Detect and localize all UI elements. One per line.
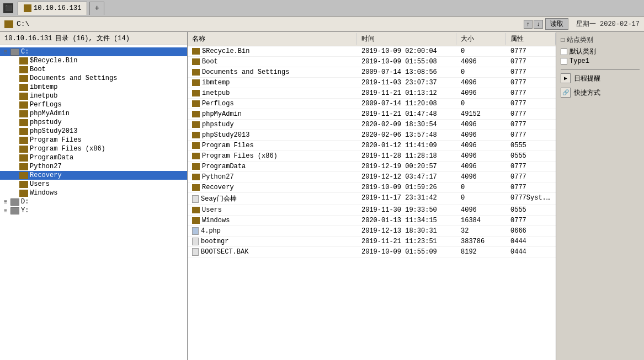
file-time: 2019-12-19 00:20:57: [357, 162, 456, 171]
tree-item-recovery[interactable]: Recovery: [0, 171, 187, 180]
type1-row[interactable]: Type1: [561, 57, 640, 65]
file-time: 2020-02-09 18:30:54: [357, 120, 456, 129]
tree-label-programfiles: Program Files: [30, 136, 82, 144]
file-size: 0: [456, 194, 506, 204]
tree-item-inetpub[interactable]: inetpub: [0, 92, 187, 100]
new-tab-button[interactable]: +: [89, 2, 104, 15]
file-list-body[interactable]: $Recycle.Bin2019-10-09 02:00:0400777Boot…: [188, 46, 556, 360]
tree-item-root[interactable]: ⊟C:: [0, 47, 187, 56]
tree-item-perflogs[interactable]: PerfLogs: [0, 100, 187, 109]
down-arrow[interactable]: ↓: [534, 20, 543, 29]
file-name: Python27: [202, 173, 234, 181]
file-row[interactable]: phpStudy20132020-02-06 13:57:4840960777: [188, 130, 556, 141]
file-row[interactable]: Program Files2020-01-12 11:41:0940960555: [188, 141, 556, 151]
file-name-cell: Python27: [188, 173, 357, 181]
shortcut-item[interactable]: 🔗 快捷方式: [561, 88, 640, 98]
tree-item-windows[interactable]: Windows: [0, 189, 187, 197]
folder-icon: [192, 163, 200, 170]
file-row[interactable]: ibmtemp2019-11-03 23:07:3740960777: [188, 78, 556, 88]
file-row[interactable]: ProgramData2019-12-19 00:20:5740960777: [188, 162, 556, 172]
up-arrow[interactable]: ↑: [524, 20, 533, 29]
file-name: bootmgr: [201, 238, 228, 245]
file-size: 383786: [456, 237, 506, 246]
expand-icon-driveY[interactable]: ⊞: [2, 207, 9, 214]
file-time: 2019-11-03 23:07:37: [357, 78, 456, 87]
file-row[interactable]: Users2019-11-30 19:33:5040960555: [188, 205, 556, 216]
folder-icon-phpmyadmin: [19, 110, 28, 117]
folder-icon: [192, 174, 200, 180]
address-folder-icon: [4, 20, 13, 28]
panel-header: 10.10.16.131 目录 (16), 文件 (14): [0, 32, 187, 45]
expand-icon-root[interactable]: ⊟: [2, 49, 9, 55]
file-row[interactable]: Boot2019-10-09 01:55:0840960777: [188, 57, 556, 67]
folder-icon: [192, 100, 200, 107]
tree-item-driveY[interactable]: ⊞Y:: [0, 206, 187, 215]
tree-view[interactable]: ⊟C: $Recycle.Bin Boot Documents and Sett…: [0, 45, 187, 360]
col-name: 名称: [188, 33, 357, 45]
file-row[interactable]: bootmgr2019-11-21 11:23:513837860444: [188, 237, 556, 247]
file-attr: 0777: [506, 110, 556, 119]
tree-item-programfilesx86[interactable]: Program Files (x86): [0, 144, 187, 153]
file-time: 2019-11-28 11:28:18: [357, 152, 456, 160]
file-row[interactable]: phpMyAdmin2019-11-21 01:47:48491520777: [188, 109, 556, 120]
file-row[interactable]: Documents and Settings2009-07-14 13:08:5…: [188, 67, 556, 78]
file-time: 2019-10-09 01:59:26: [357, 183, 456, 192]
file-attr: 0777: [506, 162, 556, 171]
default-category-row[interactable]: 默认类别: [561, 47, 640, 56]
file-row[interactable]: PerfLogs2009-07-14 11:20:0800777: [188, 99, 556, 109]
folder-icon-perflogs: [19, 101, 28, 109]
tree-item-python27[interactable]: Python27: [0, 162, 187, 171]
file-row[interactable]: phpstudy2020-02-09 18:30:5440960777: [188, 120, 556, 130]
file-attr: 0777: [506, 57, 556, 66]
folder-icon: [192, 79, 200, 86]
file-time: 2009-07-14 13:08:56: [357, 68, 456, 77]
file-attr: 0777: [506, 173, 556, 181]
file-size: 4096: [456, 89, 506, 98]
file-time: 2020-01-13 11:34:15: [357, 216, 456, 225]
type1-checkbox[interactable]: [561, 58, 567, 65]
file-size: 49152: [456, 110, 506, 119]
folder-icon-python27: [19, 163, 28, 170]
address-bar: C:\ ↑ ↓ 读取 星期一 2020-02-17: [0, 17, 644, 32]
file-row[interactable]: Windows2020-01-13 11:34:15163840777: [188, 216, 556, 226]
file-name: Program Files: [202, 142, 254, 149]
file-attr: 0777: [506, 131, 556, 139]
file-name: 4.php: [201, 227, 221, 235]
file-attr: 0777: [506, 89, 556, 98]
folder-icon-programdata: [19, 154, 28, 162]
file-name: phpMyAdmin: [202, 110, 242, 118]
file-row[interactable]: $Recycle.Bin2019-10-09 02:00:0400777: [188, 46, 556, 57]
expand-icon-driveD[interactable]: ⊞: [2, 198, 9, 205]
tree-item-programfiles[interactable]: Program Files: [0, 136, 187, 144]
file-row[interactable]: 4.php2019-12-13 18:30:31320666: [188, 226, 556, 237]
tree-item-driveD[interactable]: ⊞D:: [0, 197, 187, 206]
file-size: 0: [456, 68, 506, 77]
file-name: phpstudy: [202, 121, 234, 128]
main-tab[interactable]: 10.10.16.131: [18, 2, 87, 15]
file-row[interactable]: Seay门会棒2019-11-17 23:31:4200777Syst...: [188, 193, 556, 205]
file-name-cell: Windows: [188, 216, 357, 225]
tree-item-boot[interactable]: Boot: [0, 65, 187, 74]
file-row[interactable]: inetpub2019-11-21 01:13:1240960777: [188, 88, 556, 99]
tree-item-programdata[interactable]: ProgramData: [0, 153, 187, 162]
tree-item-users[interactable]: Users: [0, 180, 187, 189]
tree-item-ibmtemp[interactable]: ibmtemp: [0, 83, 187, 92]
file-row[interactable]: Recovery2019-10-09 01:59:2600777: [188, 182, 556, 193]
tree-item-phpstudy[interactable]: phpstudy: [0, 118, 187, 127]
read-button[interactable]: 读取: [545, 18, 568, 30]
tree-item-recycle[interactable]: $Recycle.Bin: [0, 56, 187, 65]
file-size: 4096: [456, 206, 506, 214]
tree-item-docs[interactable]: Documents and Settings: [0, 74, 187, 83]
file-name-cell: ibmtemp: [188, 78, 357, 87]
file-name: inetpub: [202, 89, 230, 97]
file-row[interactable]: Program Files (x86)2019-11-28 11:28:1840…: [188, 151, 556, 162]
file-row[interactable]: Python272019-12-12 03:47:1740960777: [188, 172, 556, 182]
upload-arrows: ↑ ↓: [524, 20, 543, 29]
file-row[interactable]: BOOTSECT.BAK2019-10-09 01:55:0981920444: [188, 247, 556, 257]
tree-item-phpmyadmin[interactable]: phpMyAdmin: [0, 109, 187, 118]
file-name-cell: 4.php: [188, 227, 357, 235]
default-category-checkbox[interactable]: [561, 49, 567, 55]
schedule-item[interactable]: ▶ 日程提醒: [561, 73, 640, 83]
tree-item-phpstudy2013[interactable]: phpStudy2013: [0, 127, 187, 136]
folder-icon-phpstudy: [19, 119, 28, 126]
